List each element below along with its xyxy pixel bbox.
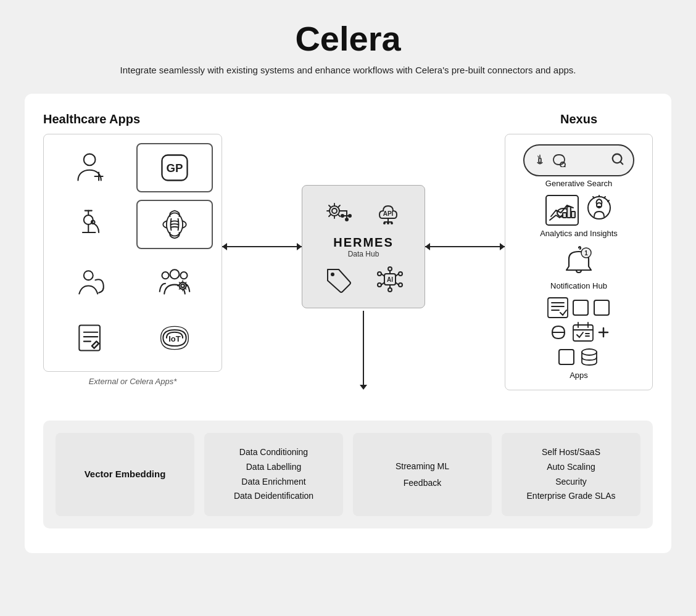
svg-rect-52: [539, 158, 541, 162]
bottom-section: Vector Embedding Data Conditioning Data …: [43, 421, 653, 528]
svg-text:AI: AI: [387, 276, 393, 283]
app-icon-anatomy: [136, 200, 213, 249]
svg-point-15: [180, 272, 187, 279]
bottom-card-data-conditioning: Data Conditioning Data Labelling Data En…: [204, 433, 343, 516]
center-section: API HERMES Data Hub: [222, 112, 505, 433]
streaming-ml-text: Streaming ML Feedback: [396, 458, 449, 491]
svg-rect-75: [573, 300, 588, 315]
bottom-card-streaming-ml: Streaming ML Feedback: [353, 433, 492, 516]
nexus-grid: Generative Search: [505, 134, 653, 390]
vertical-arrow: [363, 311, 364, 385]
data-conditioning-text: Data Conditioning Data Labelling Data En…: [234, 445, 313, 504]
svg-line-54: [565, 166, 566, 167]
apps-label: Apps: [570, 371, 588, 380]
svg-rect-60: [571, 211, 575, 218]
svg-point-36: [391, 222, 393, 224]
hermes-icon-api: API: [363, 194, 416, 234]
svg-point-0: [84, 154, 96, 166]
page: Celera Integrate seamlessly with existin…: [0, 0, 696, 616]
app-icon-microscope: [52, 200, 129, 249]
svg-rect-59: [567, 207, 571, 218]
svg-point-24: [332, 208, 337, 213]
generative-search-label: Generative Search: [545, 179, 612, 188]
svg-rect-57: [546, 195, 578, 225]
svg-point-29: [341, 215, 344, 217]
nexus-notification-hub: 1 Notification Hub: [513, 244, 645, 290]
hermes-icon-gear: [311, 194, 363, 234]
svg-point-35: [387, 222, 389, 224]
apps-icon: [542, 297, 616, 368]
right-arrow: [425, 246, 505, 247]
svg-rect-61: [563, 213, 566, 218]
vector-embedding-label: Vector Embedding: [85, 467, 166, 482]
svg-line-66: [604, 197, 605, 198]
hermes-icon-ai: AI: [363, 260, 416, 300]
svg-point-30: [349, 215, 351, 217]
nexus-apps: Apps: [513, 297, 645, 380]
svg-line-68: [593, 197, 594, 198]
svg-line-67: [608, 200, 609, 202]
svg-rect-86: [559, 350, 574, 364]
nexus-analytics: Analytics and Insights: [513, 194, 645, 238]
svg-point-12: [84, 271, 93, 280]
hermes-title: HERMES Data Hub: [311, 234, 416, 260]
app-icon-iot: IoT: [136, 313, 213, 363]
app-icon-gp: GP: [136, 143, 213, 192]
svg-text:1: 1: [584, 250, 588, 257]
svg-point-87: [582, 349, 597, 355]
bottom-card-selfhost: Self Host/SaaS Auto Scaling Security Ent…: [502, 433, 640, 516]
app-icon-payment: [52, 257, 129, 306]
analytics-icon: [545, 194, 613, 226]
notification-icon: 1: [563, 244, 595, 279]
svg-rect-18: [79, 325, 100, 350]
svg-point-14: [162, 272, 168, 279]
main-content: Healthcare Apps GP: [25, 94, 671, 553]
nexus-generative-search: Generative Search: [513, 144, 645, 188]
nexus-section: Nexus: [505, 112, 653, 390]
healthcare-title: Healthcare Apps: [43, 112, 222, 126]
svg-line-56: [620, 162, 623, 164]
svg-point-37: [331, 273, 334, 276]
app-icon-form: [52, 313, 129, 363]
svg-text:IoT: IoT: [168, 334, 181, 343]
page-subtitle: Integrate seamlessly with existing syste…: [25, 65, 671, 75]
page-title: Celera: [25, 18, 671, 59]
analytics-label: Analytics and Insights: [540, 229, 618, 238]
svg-point-13: [170, 269, 180, 279]
nexus-title: Nexus: [505, 112, 653, 126]
svg-text:API: API: [383, 210, 393, 217]
bottom-card-vector: Vector Embedding: [56, 433, 194, 516]
selfhost-text: Self Host/SaaS Auto Scaling Security Ent…: [527, 445, 616, 504]
notification-hub-label: Notification Hub: [550, 281, 607, 290]
svg-point-34: [383, 222, 386, 224]
app-icon-team: [136, 257, 213, 306]
app-icon-patient: [52, 143, 129, 192]
svg-text:GP: GP: [167, 162, 183, 175]
hermes-icon-tag: [311, 260, 363, 300]
svg-rect-76: [594, 300, 609, 315]
generative-search-icon: [523, 144, 634, 176]
apps-caption: External or Celera Apps*: [43, 377, 222, 386]
healthcare-apps-grid: GP: [43, 134, 222, 372]
svg-rect-71: [548, 298, 568, 318]
svg-point-27: [346, 218, 348, 221]
hermes-box: API HERMES Data Hub: [302, 185, 425, 308]
healthcare-apps-section: Healthcare Apps GP: [43, 112, 222, 386]
left-arrow: [222, 246, 302, 247]
